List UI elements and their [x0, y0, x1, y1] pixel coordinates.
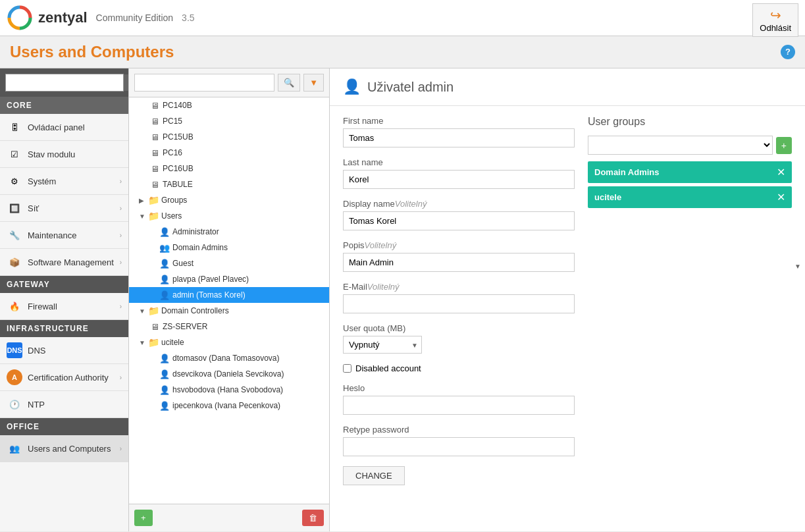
first-name-label: First name — [343, 116, 575, 126]
heslo-input[interactable] — [343, 396, 575, 415]
sidebar-item-ntp[interactable]: 🕐 NTP — [0, 391, 128, 418]
tree-node-guest[interactable]: 👤 Guest — [129, 255, 329, 271]
user-icon: 👤 — [159, 289, 170, 301]
chevron-right-icon: › — [120, 445, 122, 452]
tree-node-ipecenkova[interactable]: 👤 ipecenkova (Ivana Pecenkova) — [129, 398, 329, 413]
change-button[interactable]: CHANGE — [343, 466, 405, 485]
tree-bottom-bar: + 🗑 — [129, 504, 329, 531]
tree-node-zs-server[interactable]: 🖥 ZS-SERVER — [129, 319, 329, 334]
remove-group-domain-admins-button[interactable]: ✕ — [777, 166, 785, 178]
section-infrastructure: INFRASTRUCTURE — [0, 320, 128, 337]
tree-node-dsevcikova[interactable]: 👤 dsevcikova (Daniela Sevcikova) — [129, 366, 329, 382]
main-layout: 🔍 CORE 🎛 Ovládací panel ☑ Stav modulu ⚙ … — [0, 68, 805, 531]
retype-password-group: Retype password — [343, 425, 575, 456]
first-name-input[interactable] — [343, 128, 575, 147]
tree-add-button[interactable]: + — [134, 510, 153, 526]
add-group-button[interactable]: + — [776, 137, 792, 154]
user-icon: 👤 — [159, 400, 170, 412]
maintenance-icon: 🔧 — [7, 227, 22, 243]
groups-add-row: ▼ + — [588, 136, 792, 155]
user-icon: 👤 — [159, 226, 170, 238]
tree-search-input[interactable] — [134, 74, 274, 92]
sidebar-item-firewall[interactable]: 🔥 Firewall › — [0, 293, 128, 320]
tree-node-pc140b[interactable]: 🖥 PC140B — [129, 97, 329, 113]
group-tag-label: Domain Admins — [594, 167, 659, 177]
user-groups-panel: User groups ▼ + Domain Admins ✕ ucitele … — [588, 116, 792, 485]
chevron-right-icon: › — [120, 232, 122, 239]
user-icon: 👤 — [159, 368, 170, 380]
quota-select[interactable]: Vypnutý 1024 2048 5120 — [343, 336, 422, 354]
sidebar-item-label: Síť — [28, 203, 115, 213]
tree-filter-button[interactable]: ▼ — [303, 74, 324, 92]
tree-node-label: Domain Controllers — [161, 306, 229, 315]
tree-node-label: ipecenkova (Ivana Pecenkova) — [172, 401, 280, 410]
sidebar-item-dns[interactable]: DNS DNS — [0, 337, 128, 364]
email-label: E-MailVolitelný — [343, 282, 575, 292]
tree-node-label: Users — [161, 211, 182, 221]
sidebar-item-users-and-computers[interactable]: 👥 Users and Computers › — [0, 435, 128, 462]
sidebar-item-label: Certification Authority — [28, 373, 115, 383]
sidebar-item-system[interactable]: ⚙ Systém › — [0, 168, 128, 195]
folder-icon: 📁 — [147, 194, 159, 206]
tree-search-button[interactable]: 🔍 — [278, 74, 300, 92]
folder-icon: 📁 — [147, 305, 159, 317]
tree-node-ucitele[interactable]: ▼ 📁 ucitele — [129, 334, 329, 350]
tree-node-label: dtomasov (Dana Tomasovova) — [172, 354, 280, 363]
tree-node-pc16ub[interactable]: 🖥 PC16UB — [129, 161, 329, 176]
page-title-bar: Users and Computers ? — [0, 36, 805, 68]
display-name-input[interactable] — [343, 211, 575, 230]
logout-icon: ↪ — [770, 7, 781, 23]
email-group: E-MailVolitelný — [343, 282, 575, 313]
user-icon: 👤 — [159, 273, 170, 285]
chevron-right-icon: › — [120, 178, 122, 185]
tree-delete-button[interactable]: 🗑 — [302, 510, 324, 526]
disabled-account-checkbox[interactable] — [343, 364, 351, 373]
sidebar-item-maintenance[interactable]: 🔧 Maintenance › — [0, 222, 128, 249]
tree-node-label: ZS-SERVER — [163, 322, 207, 331]
sidebar-item-stav-modulu[interactable]: ☑ Stav modulu — [0, 141, 128, 168]
sidebar-search-button[interactable]: 🔍 — [124, 74, 129, 91]
computer-icon: 🖥 — [149, 178, 161, 190]
tree-node-pc16[interactable]: 🖥 PC16 — [129, 145, 329, 161]
tree-node-administrator[interactable]: 👤 Administrator — [129, 224, 329, 240]
remove-group-ucitele-button[interactable]: ✕ — [777, 191, 785, 203]
tree-node-pc15ub[interactable]: 🖥 PC15UB — [129, 129, 329, 145]
user-detail-icon: 👤 — [343, 78, 361, 95]
chevron-right-icon: › — [120, 303, 122, 310]
last-name-input[interactable] — [343, 170, 575, 189]
tree-node-domain-admins[interactable]: 👥 Domain Admins — [129, 240, 329, 255]
email-input[interactable] — [343, 294, 575, 313]
retype-password-input[interactable] — [343, 437, 575, 456]
sidebar-item-label: Users and Computers — [28, 444, 115, 454]
help-button[interactable]: ? — [781, 45, 795, 59]
groups-select[interactable] — [588, 136, 773, 155]
tree-node-label: PC15UB — [163, 132, 194, 142]
tree-node-groups[interactable]: ▶ 📁 Groups — [129, 192, 329, 208]
tree-node-label: Domain Admins — [172, 243, 228, 252]
logout-button[interactable]: ↪ Odhlásit — [752, 3, 798, 37]
tree-node-label: admin (Tomas Korel) — [172, 290, 246, 300]
tree-node-admin[interactable]: 👤 admin (Tomas Korel) — [129, 287, 329, 303]
popis-input[interactable] — [343, 253, 575, 272]
computer-icon: 🖥 — [149, 321, 161, 332]
sidebar-item-ovladaci-panel[interactable]: 🎛 Ovládací panel — [0, 114, 128, 141]
tree-node-pc15[interactable]: 🖥 PC15 — [129, 113, 329, 129]
logo: zentyal Community Edition 3.5 — [7, 5, 195, 31]
tree-node-domain-controllers[interactable]: ▼ 📁 Domain Controllers — [129, 303, 329, 319]
tree-node-plavpa[interactable]: 👤 plavpa (Pavel Plavec) — [129, 271, 329, 287]
tree-node-hsvobodova[interactable]: 👤 hsvobodova (Hana Svobodova) — [129, 382, 329, 398]
heslo-group: Heslo — [343, 383, 575, 415]
tree-node-tabule[interactable]: 🖥 TABULE — [129, 176, 329, 192]
sidebar-item-sit[interactable]: 🔲 Síť › — [0, 195, 128, 222]
expand-icon: ▶ — [139, 197, 145, 204]
tree-node-users[interactable]: ▼ 📁 Users — [129, 208, 329, 224]
sidebar-search-input[interactable] — [5, 74, 124, 92]
sidebar-item-label: Maintenance — [28, 230, 115, 240]
tree-content: 🖥 PC140B 🖥 PC15 🖥 PC15UB 🖥 PC16 🖥 PC16U — [129, 97, 329, 504]
tree-node-label: Administrator — [172, 227, 219, 236]
popis-label: PopisVolitelný — [343, 240, 575, 250]
sidebar-item-certification-authority[interactable]: A Certification Authority › — [0, 364, 128, 391]
sidebar-item-software-management[interactable]: 📦 Software Management › — [0, 249, 128, 276]
expand-icon: ▼ — [139, 339, 145, 346]
tree-node-dtomasov[interactable]: 👤 dtomasov (Dana Tomasovova) — [129, 350, 329, 366]
